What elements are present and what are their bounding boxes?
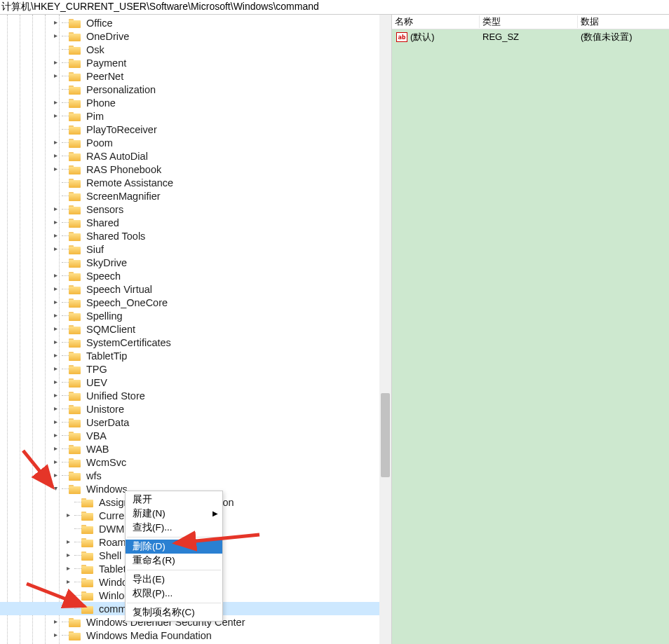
folder-icon: [69, 418, 81, 427]
chevron-right-icon[interactable]: ▸: [50, 351, 60, 361]
column-header-data[interactable]: 数据: [578, 15, 669, 28]
tree-row[interactable]: ▸VBA: [0, 429, 391, 442]
tree-row[interactable]: ▸Shared: [0, 216, 391, 229]
chevron-right-icon[interactable]: ▸: [50, 271, 60, 281]
tree-row[interactable]: Personalization: [0, 83, 391, 96]
tree-row[interactable]: ▸wfs: [0, 469, 391, 482]
chevron-right-icon[interactable]: ▸: [50, 471, 60, 481]
chevron-right-icon[interactable]: ▸: [50, 378, 60, 388]
value-row[interactable]: ab(默认)REG_SZ(数值未设置): [392, 29, 669, 43]
context-menu-item[interactable]: 权限(P)...: [126, 587, 222, 601]
chevron-right-icon[interactable]: ▸: [50, 218, 60, 228]
tree-row[interactable]: ▸PeerNet: [0, 69, 391, 83]
chevron-right-icon[interactable]: ▸: [50, 58, 60, 68]
tree-row[interactable]: ▸SystemCertificates: [0, 336, 391, 349]
chevron-right-icon[interactable]: ▸: [50, 364, 60, 374]
chevron-down-icon[interactable]: ▾: [50, 484, 60, 494]
chevron-right-icon[interactable]: ▸: [50, 324, 60, 334]
chevron-right-icon[interactable]: ▸: [50, 245, 60, 254]
chevron-right-icon[interactable]: ▸: [63, 577, 73, 587]
chevron-right-icon[interactable]: ▸: [50, 111, 60, 121]
tree-row[interactable]: ▸WcmSvc: [0, 455, 391, 469]
chevron-right-icon[interactable]: ▸: [50, 165, 60, 174]
tree-row[interactable]: ▸WAB: [0, 442, 391, 455]
tree-row[interactable]: ▸Unistore: [0, 402, 391, 416]
value-list-header[interactable]: 名称 类型 数据: [392, 15, 669, 29]
tree-row[interactable]: ▸UEV: [0, 376, 391, 389]
chevron-right-icon[interactable]: ▸: [63, 591, 73, 601]
tree-row[interactable]: ScreenMagnifier: [0, 189, 391, 203]
context-menu-item[interactable]: 展开: [126, 493, 222, 507]
chevron-right-icon[interactable]: ▸: [63, 564, 73, 574]
tree-row[interactable]: ▸Speech: [0, 269, 391, 282]
context-menu-item[interactable]: 重命名(R): [126, 554, 222, 568]
chevron-right-icon[interactable]: ▸: [50, 444, 60, 454]
tree-row[interactable]: ▸Payment: [0, 56, 391, 69]
chevron-right-icon[interactable]: ▸: [50, 431, 60, 441]
tree-row[interactable]: ▸OneDrive: [0, 29, 391, 43]
tree-row[interactable]: ▸Siuf: [0, 242, 391, 256]
chevron-right-icon[interactable]: ▸: [50, 631, 60, 640]
tree-row[interactable]: ▸Sensors: [0, 203, 391, 216]
chevron-right-icon[interactable]: ▸: [50, 231, 60, 241]
tree-item-label: Unified Store: [85, 390, 147, 402]
chevron-right-icon[interactable]: ▸: [63, 551, 73, 561]
tree-row[interactable]: ▸RAS AutoDial: [0, 149, 391, 163]
tree-row[interactable]: ▸Poom: [0, 136, 391, 149]
tree-row[interactable]: ▸Phone: [0, 96, 391, 109]
chevron-right-icon[interactable]: ▸: [50, 458, 60, 467]
value-list-pane[interactable]: 名称 类型 数据 ab(默认)REG_SZ(数值未设置): [392, 15, 669, 644]
tree-row[interactable]: Osk: [0, 43, 391, 56]
tree-context-menu[interactable]: 展开新建(N)▶查找(F)...删除(D)重命名(R)导出(E)权限(P)...…: [125, 491, 223, 622]
tree-row[interactable]: ▸TPG: [0, 362, 391, 376]
tree-row[interactable]: SkyDrive: [0, 256, 391, 269]
tree-row[interactable]: ▸Speech_OneCore: [0, 296, 391, 309]
tree-scrollbar-track[interactable]: [379, 15, 391, 644]
chevron-right-icon[interactable]: ▸: [50, 285, 60, 294]
column-header-type[interactable]: 类型: [480, 15, 578, 28]
chevron-right-icon[interactable]: ▸: [63, 511, 73, 521]
column-header-name[interactable]: 名称: [392, 15, 480, 28]
chevron-right-icon[interactable]: ▸: [50, 151, 60, 161]
tree-row[interactable]: ▸Office: [0, 16, 391, 29]
folder-icon: [69, 471, 81, 481]
folder-icon: [69, 18, 81, 28]
chevron-right-icon[interactable]: ▸: [50, 71, 60, 81]
context-menu-item[interactable]: 查找(F)...: [126, 521, 222, 535]
chevron-right-icon[interactable]: ▸: [50, 311, 60, 321]
tree-row[interactable]: ▸UserData: [0, 416, 391, 429]
tree-row[interactable]: ▸Shared Tools: [0, 229, 391, 242]
tree-item-label: Sensors: [85, 204, 125, 215]
tree-item-label: WcmSvc: [85, 457, 128, 468]
tree-row[interactable]: ▸Spelling: [0, 309, 391, 322]
tree-row[interactable]: ▸Windows Media Foundation: [0, 629, 391, 642]
chevron-right-icon[interactable]: ▸: [63, 537, 73, 547]
chevron-right-icon[interactable]: ▸: [50, 391, 60, 401]
tree-row[interactable]: ▸Speech Virtual: [0, 282, 391, 296]
tree-row[interactable]: ▸Unified Store: [0, 389, 391, 402]
tree-row[interactable]: ▸RAS Phonebook: [0, 163, 391, 176]
chevron-right-icon[interactable]: ▸: [50, 617, 60, 627]
chevron-right-icon[interactable]: ▸: [50, 404, 60, 414]
context-menu-item[interactable]: 删除(D): [126, 540, 222, 554]
chevron-right-icon[interactable]: ▸: [50, 338, 60, 348]
address-bar[interactable]: 计算机\HKEY_CURRENT_USER\Software\Microsoft…: [0, 0, 669, 15]
tree-row[interactable]: ▸Pim: [0, 109, 391, 123]
tree-row[interactable]: PlayToReceiver: [0, 123, 391, 136]
tree-row[interactable]: Remote Assistance: [0, 176, 391, 189]
chevron-right-icon[interactable]: ▸: [50, 298, 60, 308]
tree-item-label: Spelling: [85, 310, 124, 322]
context-menu-item[interactable]: 新建(N)▶: [126, 507, 222, 521]
chevron-right-icon[interactable]: ▸: [50, 138, 60, 148]
tree-scrollbar-thumb[interactable]: [381, 393, 390, 477]
string-value-icon: ab: [396, 32, 407, 42]
tree-row[interactable]: ▸SQMClient: [0, 322, 391, 336]
chevron-right-icon[interactable]: ▸: [50, 18, 60, 28]
context-menu-item[interactable]: 导出(E): [126, 573, 222, 587]
chevron-right-icon[interactable]: ▸: [50, 205, 60, 214]
chevron-right-icon[interactable]: ▸: [50, 418, 60, 427]
context-menu-item[interactable]: 复制项名称(C): [126, 605, 222, 619]
chevron-right-icon[interactable]: ▸: [50, 98, 60, 108]
tree-row[interactable]: ▸TabletTip: [0, 349, 391, 362]
chevron-right-icon[interactable]: ▸: [50, 32, 60, 41]
